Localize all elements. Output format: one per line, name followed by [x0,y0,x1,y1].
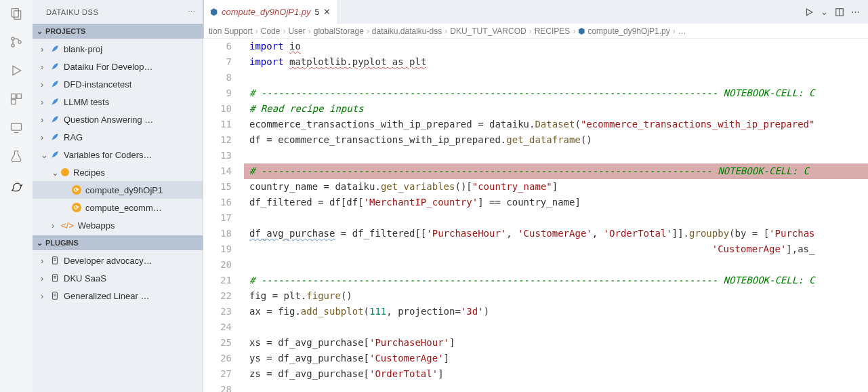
line-number: 6 [203,39,232,54]
tab-filename: compute_dy9hOjP1.py [222,7,311,17]
section-projects[interactable]: ⌄ PROJECTS [33,24,203,39]
code-line[interactable]: import io [244,39,868,54]
dataiku-icon[interactable] [8,179,24,195]
explorer-icon[interactable] [8,5,24,22]
code-line[interactable] [244,382,868,392]
line-number: 19 [203,241,232,257]
breadcrumb-item[interactable]: dataiku.dataiku-dss [372,26,442,36]
breadcrumb-item[interactable]: ⬢compute_dy9hOjP1.py [578,26,669,36]
breadcrumb-item[interactable]: globalStorage [314,26,364,36]
code-line[interactable]: 'CustomerAge'],as_ [244,241,868,257]
chevron-icon: › [41,97,50,107]
breadcrumb: tion Support›Code›User›globalStorage›dat… [203,24,868,39]
line-number: 12 [203,132,232,148]
tree-item[interactable]: ⌄Variables for Coders… [33,146,203,163]
code-line[interactable]: ys = df_avg_purchase['CustomerAge'] [244,351,868,366]
code-line[interactable]: zs = df_avg_purchase['OrderTotal'] [244,366,868,382]
code-line[interactable] [244,319,868,335]
tree-item[interactable]: ⟳compute_dy9hOjP1 [33,181,203,199]
line-number: 11 [203,117,232,132]
svg-point-2 [12,37,14,40]
tree-item[interactable]: ›Generalized Linear … [33,287,203,305]
code-line[interactable] [244,257,868,273]
feather-icon [50,150,60,159]
breadcrumb-item[interactable]: DKU_TUT_VARCOD [450,26,526,36]
tree-item-label: DFD-instancetest [64,79,131,90]
projects-tree: ›blank-proj›Dataiku For Develop…›DFD-ins… [33,39,203,235]
run-icon[interactable] [804,7,814,17]
code-line[interactable]: df_filtered = df[df['MerchantIP_country'… [244,195,868,210]
code-line[interactable]: # --------------------------------------… [244,163,868,179]
tree-item[interactable]: ›Question Answering … [33,111,203,128]
tree-item[interactable]: ›Dataiku For Develop… [33,58,203,75]
tree-item-label: compute_ecomm… [85,203,162,213]
code-line[interactable]: ax = fig.add_subplot(111, projection='3d… [244,304,868,319]
tree-item[interactable]: ⟳compute_ecomm… [33,199,203,216]
remote-icon[interactable] [8,119,24,136]
chevron-icon: ⌄ [41,150,50,160]
chevron-icon: › [41,256,50,266]
breadcrumb-sep: › [308,26,311,36]
line-number: 28 [203,382,232,392]
code-line[interactable]: # --------------------------------------… [244,85,868,101]
line-number: 17 [203,210,232,226]
tab-active[interactable]: ⬢ compute_dy9hOjP1.py 5 ✕ [203,0,338,24]
tree-item[interactable]: ›LLMM tests [33,93,203,111]
svg-rect-9 [12,123,22,130]
code-line[interactable]: df = ecommerce_transactions_with_ip_prep… [244,132,868,148]
code-line[interactable]: fig = plt.figure() [244,288,868,304]
code-line[interactable] [244,70,868,85]
close-icon[interactable]: ✕ [323,7,331,17]
source-control-icon[interactable] [8,34,24,50]
extensions-icon[interactable] [8,91,24,107]
breadcrumb-item[interactable]: User [288,26,305,36]
tree-item-label: compute_dy9hOjP1 [85,185,163,195]
breadcrumb-sep: › [283,26,285,36]
tree-item[interactable]: ›blank-proj [33,40,203,58]
tree-item-label: Recipes [73,168,105,178]
feather-icon [50,132,60,142]
run-dropdown-icon[interactable]: ⌄ [821,7,828,17]
chevron-icon: › [51,220,61,231]
testing-icon[interactable] [8,148,24,164]
code-line[interactable]: import matplotlib.pyplot as plt [244,54,868,70]
breadcrumb-item[interactable]: tion Support [209,26,253,36]
tree-item-label: DKU SaaS [64,273,106,283]
tree-item-label: Generalized Linear … [64,291,149,301]
svg-rect-1 [14,11,21,20]
code-line[interactable] [244,148,868,163]
code-line[interactable]: country_name = dataiku.get_variables()["… [244,179,868,195]
code-line[interactable]: ecommerce_transactions_with_ip_prepared … [244,117,868,132]
tree-item[interactable]: ›DKU SaaS [33,269,203,287]
section-plugins[interactable]: ⌄ PLUGINS [33,235,203,250]
breadcrumb-item[interactable]: RECIPES [535,26,571,36]
breadcrumb-item[interactable]: … [678,26,686,36]
code-editor[interactable]: 6789101112131415161718192021222324252627… [203,39,868,392]
tab-more-icon[interactable]: ⋯ [851,7,860,17]
code-line[interactable]: # --------------------------------------… [244,273,868,288]
breadcrumb-sep: › [445,26,447,36]
code-line[interactable] [244,210,868,226]
code-tag-icon: </> [61,220,74,231]
tree-item[interactable]: ›RAG [33,128,203,146]
line-number: 13 [203,148,232,163]
main-area: ⬢ compute_dy9hOjP1.py 5 ✕ ⌄ ⋯ tion Suppo… [203,0,868,392]
code-line[interactable]: xs = df_avg_purchase['PurchaseHour'] [244,335,868,351]
sidebar-more-icon[interactable]: ⋯ [188,7,196,16]
svg-rect-8 [12,100,16,104]
chevron-icon: › [41,79,50,90]
tree-item[interactable]: ›Developer advocacy… [33,252,203,269]
tree-item-label: blank-proj [64,44,102,54]
chevron-icon: › [41,273,50,283]
split-editor-icon[interactable] [835,7,844,17]
svg-point-4 [18,41,21,43]
tree-item[interactable]: ›DFD-instancetest [33,75,203,93]
run-debug-icon[interactable] [8,62,24,79]
code-body[interactable]: import ioimport matplotlib.pyplot as plt… [244,39,868,392]
tree-item[interactable]: ›</>Webapps [33,216,203,234]
breadcrumb-item[interactable]: Code [261,26,281,36]
line-number: 20 [203,257,232,273]
code-line[interactable]: df_avg_purchase = df_filtered[['Purchase… [244,226,868,241]
tree-item[interactable]: ⌄Recipes [33,163,203,181]
code-line[interactable]: # Read recipe inputs [244,101,868,117]
